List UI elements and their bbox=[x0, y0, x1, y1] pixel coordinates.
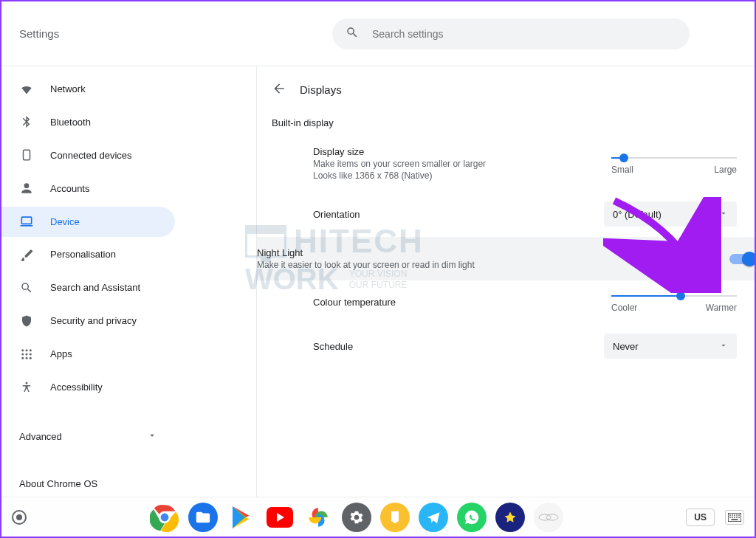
settings-icon[interactable] bbox=[342, 503, 371, 532]
svg-rect-0 bbox=[24, 151, 30, 161]
svg-point-17 bbox=[539, 514, 551, 520]
sidebar-item-label: Connected devices bbox=[50, 150, 132, 161]
sidebar-item-accessibility[interactable]: Accessibility bbox=[1, 372, 175, 402]
svg-point-3 bbox=[26, 349, 28, 351]
launcher-button[interactable] bbox=[12, 510, 27, 525]
svg-rect-1 bbox=[21, 217, 31, 224]
sidebar-item-label: Security and privacy bbox=[50, 315, 137, 326]
laptop-icon bbox=[19, 214, 34, 229]
orientation-select[interactable]: 0° (Default) bbox=[604, 201, 737, 227]
svg-rect-30 bbox=[732, 519, 738, 520]
locale-indicator[interactable]: US bbox=[686, 508, 715, 526]
slider-max-label: Large bbox=[714, 165, 737, 175]
svg-point-9 bbox=[26, 356, 28, 359]
chevron-down-icon bbox=[147, 430, 157, 443]
search-box[interactable] bbox=[332, 18, 690, 49]
sidebar-item-security[interactable]: Security and privacy bbox=[1, 306, 175, 336]
devices-icon bbox=[19, 148, 34, 162]
sidebar-item-label: Apps bbox=[50, 348, 72, 359]
sidebar-item-label: Personalisation bbox=[50, 249, 116, 260]
telegram-icon[interactable] bbox=[419, 503, 448, 532]
keep-icon[interactable] bbox=[380, 503, 410, 532]
svg-rect-24 bbox=[738, 514, 740, 516]
sidebar-item-apps[interactable]: Apps bbox=[1, 339, 175, 369]
sidebar-item-network[interactable]: Network bbox=[1, 74, 175, 104]
row-display-size: Display size Make items on your screen s… bbox=[272, 136, 740, 191]
sidebar-item-label: Device bbox=[50, 216, 80, 227]
display-size-slider[interactable]: Small Large bbox=[611, 153, 737, 175]
svg-rect-23 bbox=[736, 514, 738, 516]
sidebar-item-connected-devices[interactable]: Connected devices bbox=[1, 140, 175, 170]
sidebar-item-label: Accessibility bbox=[50, 382, 103, 393]
slider-min-label: Cooler bbox=[611, 303, 637, 313]
row-night-light: Night Light Make it easier to look at yo… bbox=[257, 237, 755, 280]
shelf: US bbox=[1, 497, 755, 537]
svg-point-18 bbox=[546, 514, 558, 520]
back-button[interactable] bbox=[272, 81, 286, 98]
schedule-title: Schedule bbox=[313, 341, 353, 352]
schedule-select[interactable]: Never bbox=[604, 334, 737, 359]
shield-icon bbox=[19, 314, 34, 328]
svg-point-4 bbox=[30, 349, 32, 351]
svg-rect-29 bbox=[738, 517, 740, 518]
svg-point-14 bbox=[159, 512, 169, 522]
row-orientation: Orientation 0° (Default) bbox=[272, 191, 740, 237]
sidebar-item-label: Network bbox=[50, 83, 86, 94]
sidebar-advanced[interactable]: Advanced bbox=[1, 423, 175, 450]
svg-rect-21 bbox=[732, 514, 733, 516]
display-size-title: Display size bbox=[313, 146, 486, 157]
svg-point-5 bbox=[21, 353, 24, 355]
svg-rect-25 bbox=[729, 517, 731, 518]
colour-temp-title: Colour temperature bbox=[313, 297, 396, 308]
svg-point-10 bbox=[30, 356, 32, 359]
chrome-icon[interactable] bbox=[150, 503, 179, 532]
search-input[interactable] bbox=[372, 28, 676, 40]
photos-icon[interactable] bbox=[303, 503, 333, 532]
brush-icon bbox=[19, 248, 34, 261]
night-light-toggle[interactable] bbox=[729, 254, 755, 264]
slider-max-label: Warmer bbox=[706, 303, 737, 313]
sidebar-item-personalisation[interactable]: Personalisation bbox=[1, 240, 175, 270]
sidebar-about[interactable]: About Chrome OS bbox=[1, 471, 256, 497]
app-icon[interactable] bbox=[534, 503, 563, 532]
app-icon[interactable] bbox=[495, 503, 525, 532]
sidebar-item-bluetooth[interactable]: Bluetooth bbox=[1, 107, 175, 137]
play-store-icon[interactable] bbox=[227, 503, 256, 532]
sidebar-item-search-assistant[interactable]: Search and Assistant bbox=[1, 272, 175, 303]
apps-icon bbox=[19, 348, 34, 361]
row-schedule: Schedule Never bbox=[272, 323, 740, 369]
accessibility-icon bbox=[19, 381, 34, 394]
search-icon bbox=[346, 26, 359, 41]
svg-point-2 bbox=[21, 349, 24, 351]
display-size-desc: Make items on your screen smaller or lar… bbox=[313, 159, 486, 169]
person-icon bbox=[19, 181, 34, 196]
wifi-icon bbox=[19, 81, 34, 96]
main-content: Displays Built-in display Display size M… bbox=[257, 66, 755, 497]
sidebar-item-accounts[interactable]: Accounts bbox=[1, 173, 175, 204]
svg-point-11 bbox=[26, 382, 28, 384]
sidebar-item-label: Search and Assistant bbox=[50, 282, 140, 293]
colour-temp-slider[interactable]: Cooler Warmer bbox=[611, 291, 737, 313]
keyboard-icon[interactable] bbox=[725, 510, 744, 525]
schedule-value: Never bbox=[613, 341, 639, 352]
whatsapp-icon[interactable] bbox=[457, 503, 487, 532]
svg-point-8 bbox=[21, 356, 24, 359]
search-icon bbox=[19, 281, 34, 294]
svg-point-7 bbox=[30, 353, 32, 355]
display-size-resolution: Looks like 1366 x 768 (Native) bbox=[313, 170, 486, 181]
files-icon[interactable] bbox=[188, 503, 218, 532]
advanced-label: Advanced bbox=[19, 431, 62, 442]
youtube-icon[interactable] bbox=[265, 503, 295, 532]
svg-rect-26 bbox=[732, 517, 733, 518]
slider-min-label: Small bbox=[611, 165, 633, 175]
svg-rect-22 bbox=[734, 514, 735, 516]
chevron-down-icon bbox=[719, 341, 728, 352]
toggle-knob bbox=[742, 252, 755, 266]
section-title: Built-in display bbox=[257, 117, 755, 136]
night-light-desc: Make it easier to look at your screen or… bbox=[257, 260, 475, 270]
sidebar-item-device[interactable]: Device bbox=[1, 207, 175, 237]
sidebar: Network Bluetooth Connected devices Acco… bbox=[1, 66, 257, 497]
bluetooth-icon bbox=[19, 115, 34, 128]
app-title: Settings bbox=[19, 27, 315, 40]
svg-rect-28 bbox=[736, 517, 738, 518]
